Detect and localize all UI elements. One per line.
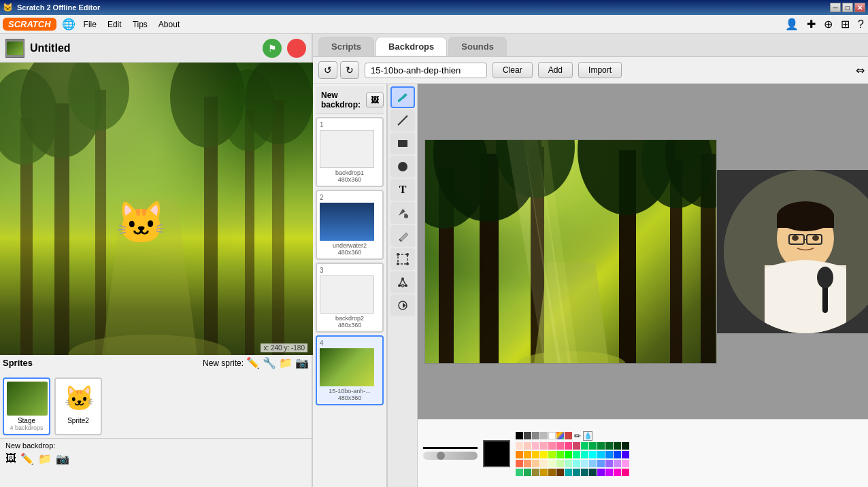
c21[interactable]: [565, 451, 572, 458]
tool-forward[interactable]: [390, 295, 415, 316]
add-button[interactable]: Add: [538, 62, 573, 78]
color-dark-gray[interactable]: [524, 432, 531, 439]
c30[interactable]: [524, 460, 531, 467]
sprite-item-stage[interactable]: Stage 4 backdrops: [3, 377, 50, 435]
help-icon[interactable]: ?: [856, 17, 865, 32]
c50[interactable]: [573, 469, 580, 476]
new-sprite-folder-button[interactable]: 📁: [279, 356, 293, 369]
tool-reshape[interactable]: [390, 271, 415, 293]
tab-scripts[interactable]: Scripts: [318, 37, 374, 56]
line-width-slider[interactable]: [423, 452, 478, 460]
tool-text[interactable]: T: [390, 179, 415, 201]
c36[interactable]: [573, 460, 580, 467]
nb-image-icon[interactable]: 🖼: [366, 93, 384, 107]
color-white[interactable]: [548, 432, 556, 439]
c47[interactable]: [548, 469, 556, 476]
c12[interactable]: [605, 442, 613, 450]
c10[interactable]: [589, 442, 597, 450]
clear-button[interactable]: Clear: [493, 62, 533, 78]
redo-button[interactable]: ↻: [340, 61, 359, 79]
tool-ellipse[interactable]: [390, 156, 415, 178]
color-light-gray[interactable]: [540, 432, 548, 439]
c42[interactable]: [622, 460, 629, 467]
tool-select[interactable]: [390, 248, 415, 270]
c19[interactable]: [548, 451, 556, 458]
active-color-swatch[interactable]: [483, 440, 510, 467]
pencil-icon-small[interactable]: ✏: [573, 431, 582, 441]
tool-rect[interactable]: [390, 133, 415, 154]
sprite-item-sprite2[interactable]: 🐱 Sprite2: [54, 377, 102, 435]
tool-line[interactable]: [390, 110, 415, 131]
c53[interactable]: [597, 469, 605, 476]
c18[interactable]: [540, 451, 548, 458]
color-black[interactable]: [516, 432, 523, 439]
c38[interactable]: [589, 460, 597, 467]
backdrop-item-2[interactable]: 2 underwater2 480x360: [316, 190, 384, 260]
backdrop-folder-icon[interactable]: 📁: [38, 452, 52, 465]
c2[interactable]: [524, 442, 531, 450]
backdrop-camera-icon[interactable]: 📷: [56, 452, 69, 465]
tool-fill[interactable]: [390, 202, 415, 224]
backdrop-item-1[interactable]: 1 backdrop1 480x360: [316, 117, 384, 187]
menu-file[interactable]: File: [78, 18, 102, 31]
c31[interactable]: [532, 460, 539, 467]
globe-icon[interactable]: 🌐: [62, 18, 76, 31]
import-button[interactable]: Import: [578, 62, 622, 78]
c24[interactable]: [589, 451, 597, 458]
close-button[interactable]: ✕: [854, 3, 865, 12]
green-flag-button[interactable]: ⚑: [263, 39, 282, 58]
c39[interactable]: [597, 460, 605, 467]
menu-edit[interactable]: Edit: [102, 18, 127, 31]
undo-button[interactable]: ↺: [318, 61, 337, 79]
c14[interactable]: [622, 442, 629, 450]
c23[interactable]: [581, 451, 588, 458]
c49[interactable]: [565, 469, 572, 476]
c45[interactable]: [532, 469, 539, 476]
c5[interactable]: [548, 442, 556, 450]
fullscreen-icon[interactable]: ⊞: [839, 16, 851, 32]
menu-tips[interactable]: Tips: [127, 18, 153, 31]
c54[interactable]: [605, 469, 613, 476]
c52[interactable]: [589, 469, 597, 476]
backdrop-draw-icon[interactable]: ✏️: [20, 452, 34, 465]
c20[interactable]: [556, 451, 564, 458]
c37[interactable]: [581, 460, 588, 467]
c9[interactable]: [581, 442, 588, 450]
c48[interactable]: [556, 469, 564, 476]
color-gray[interactable]: [532, 432, 539, 439]
c22[interactable]: [573, 451, 580, 458]
flip-horizontal-icon[interactable]: ⇔: [856, 64, 865, 77]
tool-eraser[interactable]: [390, 225, 415, 247]
c29[interactable]: [516, 460, 523, 467]
user-icon[interactable]: 👤: [784, 16, 800, 32]
c51[interactable]: [581, 469, 588, 476]
c6[interactable]: [556, 442, 564, 450]
c16[interactable]: [524, 451, 531, 458]
add-icon[interactable]: ✚: [805, 16, 817, 32]
c26[interactable]: [605, 451, 613, 458]
c25[interactable]: [597, 451, 605, 458]
c27[interactable]: [614, 451, 621, 458]
c11[interactable]: [597, 442, 605, 450]
c1[interactable]: [516, 442, 523, 450]
costume-name-input[interactable]: [365, 63, 487, 78]
menu-about[interactable]: About: [153, 18, 185, 31]
minimize-button[interactable]: ─: [830, 3, 841, 12]
tab-backdrops[interactable]: Backdrops: [375, 37, 447, 56]
c43[interactable]: [516, 469, 523, 476]
c13[interactable]: [614, 442, 621, 450]
c40[interactable]: [605, 460, 613, 467]
new-sprite-draw-button[interactable]: ✏️: [246, 356, 260, 369]
c44[interactable]: [524, 469, 531, 476]
c4[interactable]: [540, 442, 548, 450]
stop-button[interactable]: [287, 39, 306, 58]
c7[interactable]: [565, 442, 572, 450]
c33[interactable]: [548, 460, 556, 467]
c41[interactable]: [614, 460, 621, 467]
c35[interactable]: [565, 460, 572, 467]
connect-icon[interactable]: ⊕: [822, 16, 834, 32]
c56[interactable]: [622, 469, 629, 476]
eyedropper-icon[interactable]: 💧: [583, 431, 592, 441]
c32[interactable]: [540, 460, 548, 467]
backdrop-item-4[interactable]: 4 15-10bo-anh-... 480x360: [316, 335, 384, 405]
